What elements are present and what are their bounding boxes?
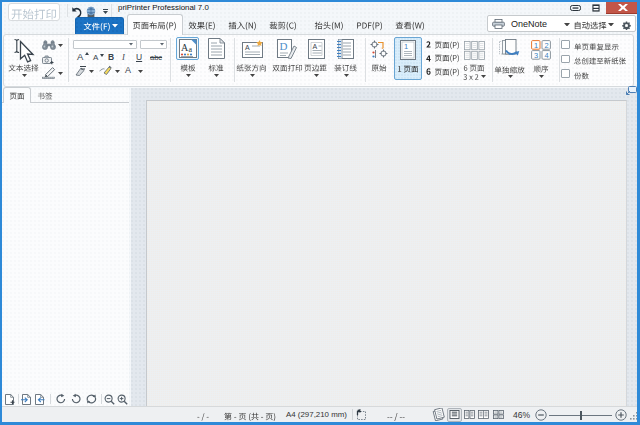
svg-text:2: 2 (544, 40, 548, 49)
svg-text:A: A (313, 43, 318, 50)
svg-text:1: 1 (534, 40, 538, 49)
svg-text:A: A (245, 44, 250, 51)
svg-text:D: D (280, 40, 288, 52)
svg-text:1: 1 (404, 42, 408, 51)
svg-text:a: a (189, 45, 193, 54)
svg-text:3: 3 (534, 50, 538, 59)
svg-text:4: 4 (544, 50, 548, 59)
